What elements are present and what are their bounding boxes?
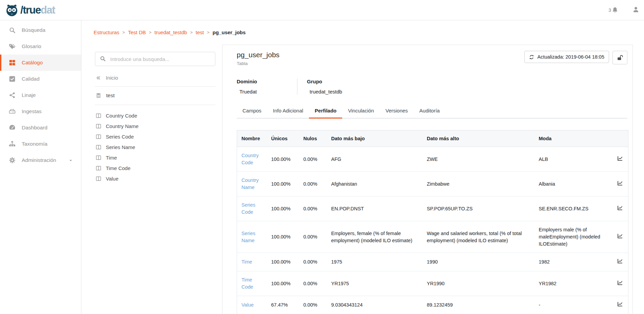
breadcrumb: Estructuras>Test DB>truedat_testdb>test>…: [94, 29, 644, 36]
tree-field-country-code[interactable]: Country Code: [95, 110, 215, 121]
chart-line-icon[interactable]: [617, 280, 623, 286]
field-link-time[interactable]: Time: [241, 259, 252, 265]
tree-field-time[interactable]: Time: [95, 152, 215, 163]
breadcrumb-link-test-db[interactable]: Test DB: [128, 29, 146, 35]
breadcrumb-link-truedat-testdb[interactable]: truedat_testdb: [155, 29, 187, 35]
brand-text: /truedat: [20, 4, 55, 16]
tree-field-value[interactable]: Value: [95, 173, 215, 184]
tab-vinculacion[interactable]: Vinculación: [342, 104, 379, 118]
tree-field-label: Country Name: [106, 123, 139, 129]
tree-parent-node[interactable]: test: [95, 87, 215, 105]
share-icon: [9, 92, 16, 99]
tree-field-time-code[interactable]: Time Code: [95, 163, 215, 173]
column-header-unicos: Únicos: [267, 130, 299, 147]
tree-field-label: Time: [106, 155, 117, 161]
sidebar-item-catalogo[interactable]: Catálogo: [0, 55, 81, 71]
sidebar-item-calidad[interactable]: Calidad: [0, 71, 81, 87]
user-menu-button[interactable]: [632, 6, 639, 14]
topbar: /truedat 3: [0, 0, 644, 20]
field-link-series-name[interactable]: Series Name: [241, 231, 255, 243]
hdd-icon: [9, 108, 16, 115]
gear-icon: [9, 157, 16, 164]
tree-search-input[interactable]: [95, 52, 215, 66]
check-square-icon: [9, 76, 16, 82]
tree-field-label: Series Name: [106, 144, 135, 150]
nulls-value: 0.00%: [299, 172, 327, 196]
columns-icon: [96, 155, 101, 161]
mode-value: SE.ENR.SECO.FM.ZS: [534, 196, 612, 221]
tree-field-series-code[interactable]: Series Code: [95, 131, 215, 142]
unique-value: 100.00%: [267, 147, 299, 172]
table-row: Value67.47%0.00%9.030434312489.1232459-: [237, 296, 628, 314]
sidebar-item-label: Glosario: [22, 43, 41, 49]
user-icon: [632, 6, 639, 13]
tab-info-adicional[interactable]: Info Adicional: [267, 104, 309, 118]
min-value: EN.POP.DNST: [327, 196, 423, 221]
chart-line-icon[interactable]: [617, 205, 623, 211]
sidebar-item-taxonomia[interactable]: Taxonomía: [0, 136, 81, 152]
sidebar-item-ingestas[interactable]: Ingestas: [0, 103, 81, 120]
max-value: Wage and salaried workers, total (% of t…: [423, 221, 534, 253]
lock-button[interactable]: [612, 51, 627, 64]
tree-field-label: Series Code: [106, 134, 134, 140]
structure-detail-card: pg_user_jobs Tabla Actualizada: 2019-06-…: [222, 45, 633, 314]
tree-back-button[interactable]: Inicio: [95, 70, 215, 87]
field-link-value[interactable]: Value: [241, 302, 254, 308]
columns-icon: [96, 113, 101, 119]
notifications-button[interactable]: 3: [608, 7, 618, 13]
nulls-value: 0.00%: [299, 221, 327, 253]
unlock-icon: [617, 55, 623, 61]
chart-line-icon[interactable]: [617, 180, 623, 186]
min-value: Employers, female (% of female employmen…: [327, 221, 423, 253]
sidebar-item-label: Búsqueda: [22, 27, 45, 33]
table-row: Country Code100.00%0.00%AFGZWEALB: [237, 147, 628, 172]
tab-auditoria[interactable]: Auditoría: [414, 104, 446, 118]
chart-line-icon[interactable]: [617, 155, 623, 161]
database-icon: [96, 93, 101, 99]
field-link-series-code[interactable]: Series Code: [241, 202, 255, 215]
tab-perfilado[interactable]: Perfilado: [309, 104, 342, 118]
breadcrumb-separator: >: [207, 30, 210, 35]
tab-campos[interactable]: Campos: [237, 104, 267, 118]
max-value: 89.1232459: [423, 296, 534, 314]
unique-value: 100.00%: [267, 172, 299, 196]
field-link-country-code[interactable]: Country Code: [241, 153, 259, 165]
page-layout: BúsquedaGlosarioCatálogoCalidadLinajeIng…: [0, 20, 644, 314]
brand-true: true: [23, 4, 41, 16]
column-header-dato-mas-alto: Dato más alto: [423, 130, 534, 147]
breadcrumb-link-test[interactable]: test: [196, 29, 204, 35]
chart-line-icon[interactable]: [617, 301, 623, 307]
breadcrumb-link-estructuras[interactable]: Estructuras: [94, 29, 119, 35]
table-row: Series Code100.00%0.00%EN.POP.DNSTSP.POP…: [237, 196, 628, 221]
sidebar-item-label: Dashboard: [22, 125, 47, 131]
tab-versiones[interactable]: Versiones: [380, 104, 414, 118]
notification-count: 3: [608, 7, 611, 13]
column-header-actions: [612, 130, 628, 147]
chevron-down-icon: [69, 158, 73, 163]
sidebar-item-label: Calidad: [22, 76, 40, 82]
chart-line-icon[interactable]: [617, 233, 623, 239]
sidebar-item-label: Taxonomía: [22, 141, 47, 147]
profile-table-head-row: NombreÚnicosNulosDato más bajoDato más a…: [237, 130, 628, 147]
refresh-updated-button[interactable]: Actualizada: 2019-06-04 18:05: [524, 51, 609, 63]
sidebar-item-administracion[interactable]: Administración: [0, 152, 81, 168]
min-value: YR1975: [327, 271, 423, 296]
brand-logo[interactable]: /truedat: [5, 3, 55, 17]
structure-type-label: Tabla: [237, 61, 279, 66]
field-link-time-code[interactable]: Time Code: [241, 277, 253, 290]
grid-icon: [9, 59, 16, 66]
bell-icon: [612, 7, 618, 13]
tree-search-box: [95, 52, 215, 66]
tree-field-country-name[interactable]: Country Name: [95, 121, 215, 131]
sidebar-item-busqueda[interactable]: Búsqueda: [0, 22, 81, 38]
columns-icon: [96, 134, 101, 140]
breadcrumb-separator: >: [122, 30, 125, 35]
tree-field-series-name[interactable]: Series Name: [95, 142, 215, 152]
field-link-country-name[interactable]: Country Name: [241, 177, 259, 190]
sidebar-item-linaje[interactable]: Linaje: [0, 87, 81, 103]
chart-line-icon[interactable]: [617, 258, 623, 264]
column-header-dato-mas-bajo: Dato más bajo: [327, 130, 423, 147]
meta-group-value: truedat_testdb: [307, 89, 342, 95]
sidebar-item-dashboard[interactable]: Dashboard: [0, 120, 81, 136]
sidebar-item-glosario[interactable]: Glosario: [0, 38, 81, 55]
